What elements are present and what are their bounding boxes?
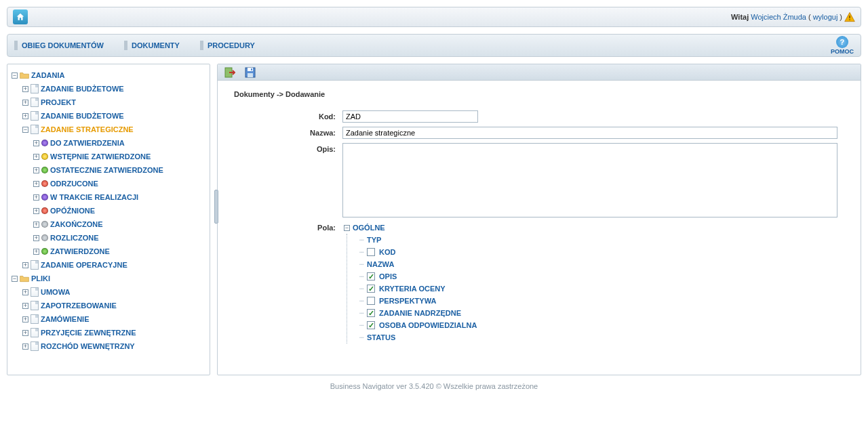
checkbox-zadanie-nad[interactable] xyxy=(367,309,375,317)
menu-obieg-dokumentow[interactable]: OBIEG DOKUMENTÓW xyxy=(14,41,104,50)
tree-zatwierdzone[interactable]: ZATWIERDZONE xyxy=(50,245,110,258)
tree-toggle[interactable]: + xyxy=(22,344,28,350)
page-icon xyxy=(31,341,39,351)
help-button[interactable]: ? POMOC xyxy=(831,36,854,55)
tree-w-trakcie[interactable]: W TRAKCIE REALIZACJI xyxy=(50,190,138,204)
tree-odrzucone[interactable]: ODRZUCONE xyxy=(50,177,98,190)
page-icon xyxy=(31,84,39,93)
nav-tree: − ZADANIA +ZADANIE BUDŻETOWE +PROJEKT +Z… xyxy=(10,68,207,373)
page-icon xyxy=(31,125,39,134)
input-nazwa[interactable] xyxy=(342,127,837,139)
tree-zapotrzebowanie[interactable]: ZAPOTRZEBOWANIE xyxy=(41,299,117,312)
tree-projekt[interactable]: PROJEKT xyxy=(41,96,76,109)
tree-toggle[interactable]: + xyxy=(33,249,39,255)
label-pola: Pola: xyxy=(234,222,342,344)
page-icon xyxy=(31,98,39,107)
checkbox-kryteria[interactable] xyxy=(367,285,375,293)
tree-rozchod[interactable]: ROZCHÓD WEWNĘTRZNY xyxy=(41,339,135,353)
tree-toggle[interactable]: − xyxy=(12,72,18,79)
pola-perspektywa[interactable]: PERSPEKTYWA xyxy=(379,295,436,307)
status-bullet-icon xyxy=(41,167,48,173)
tree-przyjecie[interactable]: PRZYJĘCIE ZEWNĘTRZNE xyxy=(41,326,136,339)
pola-zadanie-nad[interactable]: ZADANIE NADRZĘDNE xyxy=(379,307,461,319)
tree-do-zatwierdzenia[interactable]: DO ZATWIERDZENIA xyxy=(50,136,125,150)
topbar: Witaj Wojciech Żmuda (wyloguj) xyxy=(7,7,861,27)
checkbox-osoba[interactable] xyxy=(367,321,375,329)
pola-kryteria[interactable]: KRYTERIA OCENY xyxy=(379,283,446,295)
pola-ogolne[interactable]: OGÓLNE xyxy=(353,222,385,234)
menu-dokumenty[interactable]: DOKUMENTY xyxy=(124,41,180,50)
tree-zadanie-operacyjne[interactable]: ZADANIE OPERACYJNE xyxy=(41,258,127,272)
warning-icon[interactable] xyxy=(844,12,855,22)
checkbox-perspektywa[interactable] xyxy=(367,297,375,305)
pola-nazwa[interactable]: NAZWA xyxy=(367,258,394,270)
tree-zadanie-budzetowe-2[interactable]: ZADANIE BUDŻETOWE xyxy=(41,109,124,123)
label-kod: Kod: xyxy=(234,110,342,123)
tree-toggle[interactable]: − xyxy=(12,276,18,282)
tree-toggle[interactable]: + xyxy=(22,303,28,309)
pola-kod[interactable]: KOD xyxy=(379,246,395,258)
svg-rect-6 xyxy=(251,68,252,70)
tree-toggle[interactable]: + xyxy=(22,289,28,295)
tree-toggle[interactable]: + xyxy=(22,262,28,268)
save-button[interactable] xyxy=(245,67,256,78)
resize-handle[interactable] xyxy=(214,190,218,224)
status-bullet-icon xyxy=(41,153,48,160)
checkbox-kod[interactable] xyxy=(367,248,375,256)
exit-button[interactable] xyxy=(224,67,235,78)
tree-toggle[interactable]: − xyxy=(22,127,28,133)
status-bullet-icon xyxy=(41,180,48,187)
tree-toggle[interactable]: + xyxy=(22,330,28,336)
home-icon xyxy=(16,12,25,22)
checkbox-opis[interactable] xyxy=(367,272,375,280)
status-bullet-icon xyxy=(41,221,48,228)
status-bullet-icon xyxy=(41,248,48,255)
tree-toggle[interactable]: + xyxy=(33,235,39,241)
tree-toggle[interactable]: + xyxy=(33,154,39,160)
tree-toggle[interactable]: + xyxy=(33,181,39,187)
tree-zakonczone[interactable]: ZAKOŃCZONE xyxy=(50,217,103,231)
tree-umowa[interactable]: UMOWA xyxy=(41,285,70,299)
tree-toggle[interactable]: + xyxy=(22,86,28,92)
page-icon xyxy=(31,260,39,270)
tree-toggle[interactable]: + xyxy=(33,222,39,228)
logout-link[interactable]: wyloguj xyxy=(813,13,838,21)
tree-toggle[interactable]: + xyxy=(33,140,39,146)
tree-zadanie-strategiczne[interactable]: ZADANIE STRATEGICZNE xyxy=(41,123,134,136)
menu-procedury[interactable]: PROCEDURY xyxy=(200,41,255,50)
tree-toggle[interactable]: + xyxy=(33,208,39,214)
toolbar xyxy=(218,64,861,81)
tree-rozliczone[interactable]: ROZLICZONE xyxy=(50,231,99,245)
tree-toggle[interactable]: + xyxy=(33,167,39,173)
textarea-opis[interactable] xyxy=(342,143,837,217)
tree-zadania[interactable]: ZADANIA xyxy=(31,68,65,82)
pola-typ[interactable]: TYP xyxy=(367,234,381,246)
footer: Business Navigator ver 3.5.420 © Wszelki… xyxy=(7,382,861,390)
pola-osoba[interactable]: OSOBA ODPOWIEDZIALNA xyxy=(379,319,477,331)
tree-pliki[interactable]: PLIKI xyxy=(31,272,50,285)
input-kod[interactable] xyxy=(342,110,478,123)
page-icon xyxy=(31,287,39,297)
page-icon xyxy=(31,301,39,310)
tree-toggle[interactable]: − xyxy=(344,225,350,231)
tree-toggle[interactable]: + xyxy=(22,100,28,106)
tree-toggle[interactable]: + xyxy=(22,316,28,322)
tree-wstepnie[interactable]: WSTĘPNIE ZATWIERDZONE xyxy=(50,150,151,163)
pola-opis[interactable]: OPIS xyxy=(379,270,397,283)
page-icon xyxy=(31,111,39,121)
svg-rect-0 xyxy=(849,16,850,18)
pola-status[interactable]: STATUS xyxy=(367,331,395,344)
user-link[interactable]: Wojciech Żmuda xyxy=(751,13,806,21)
folder-icon xyxy=(20,274,29,283)
tree-zamowienie[interactable]: ZAMÓWIENIE xyxy=(41,312,90,326)
status-bullet-icon xyxy=(41,140,48,146)
tree-toggle[interactable]: + xyxy=(22,113,28,119)
tree-ostatecznie[interactable]: OSTATECZNIE ZATWIERDZONE xyxy=(50,163,163,177)
label-opis: Opis: xyxy=(234,143,342,217)
svg-rect-1 xyxy=(849,19,850,20)
tree-opoznione[interactable]: OPÓŹNIONE xyxy=(50,204,95,217)
tree-toggle[interactable]: + xyxy=(33,194,39,201)
tree-zadanie-budzetowe[interactable]: ZADANIE BUDŻETOWE xyxy=(41,82,124,96)
home-button[interactable] xyxy=(13,9,28,24)
menubar: OBIEG DOKUMENTÓW DOKUMENTY PROCEDURY ? P… xyxy=(7,34,861,57)
